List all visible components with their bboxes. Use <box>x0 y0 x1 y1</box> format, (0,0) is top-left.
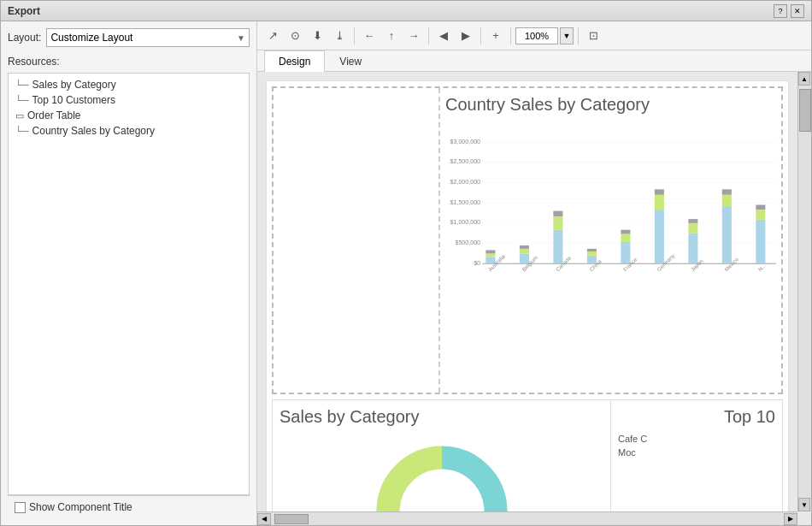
svg-rect-15 <box>485 253 495 257</box>
svg-rect-40 <box>756 205 765 210</box>
horizontal-scrollbar[interactable]: ◀ ▶ <box>257 511 797 525</box>
svg-rect-19 <box>520 245 529 249</box>
svg-text:$1,000,000: $1,000,000 <box>450 219 481 226</box>
sales-category-title: Sales by Category <box>279 407 603 427</box>
svg-text:$1,500,000: $1,500,000 <box>450 199 481 206</box>
show-component-title-label[interactable]: Show Component Title <box>15 501 132 513</box>
svg-rect-31 <box>655 189 664 194</box>
resources-label: Resources: <box>8 56 250 68</box>
bar-chart-svg: $3,000,000 $2,500,000 $2,000,000 $1,500,… <box>445 123 776 303</box>
title-bar-buttons: ? ✕ <box>774 4 804 18</box>
layout-label: Layout: <box>8 32 41 44</box>
toolbar: ↗ ⊙ ⬇ ⤓ ← ↑ → ◀ ▶ + ▼ ⊡ <box>257 21 811 50</box>
new-report-button[interactable]: ↗ <box>262 26 283 46</box>
bottom-bar: Show Component Title <box>8 495 250 518</box>
svg-text:$0: $0 <box>474 260 480 267</box>
main-content: Layout: Customize Layout ▼ Resources: └─… <box>1 21 811 525</box>
resource-item-top10[interactable]: └─ Top 10 Customers <box>12 92 245 108</box>
svg-text:$500,000: $500,000 <box>455 239 480 246</box>
tab-design[interactable]: Design <box>264 50 325 72</box>
top10-item-2: Moc <box>618 447 775 458</box>
export-window: Export ? ✕ Layout: Customize Layout ▼ Re… <box>0 0 812 526</box>
svg-rect-28 <box>621 230 630 234</box>
tree-icon: └─ <box>15 80 29 90</box>
svg-rect-24 <box>587 251 597 256</box>
zoom-arrow-button[interactable]: ▼ <box>560 27 574 44</box>
svg-rect-32 <box>688 233 697 264</box>
svg-rect-16 <box>485 250 495 253</box>
sales-category-panel: Sales by Category $1, <box>273 400 611 525</box>
resource-label: Country Sales by Category <box>32 125 155 137</box>
title-bar: Export ? ✕ <box>1 1 811 21</box>
separator-5 <box>578 27 579 44</box>
redo-up-button[interactable]: ↑ <box>381 26 402 46</box>
resource-label: Order Table <box>27 109 80 121</box>
svg-text:$3,000,000: $3,000,000 <box>450 139 481 145</box>
separator-2 <box>428 27 429 44</box>
settings-button[interactable]: ⊙ <box>285 26 305 46</box>
window-title: Export <box>8 5 40 17</box>
chevron-down-icon: ▼ <box>237 33 245 43</box>
show-component-title-checkbox[interactable] <box>15 502 26 513</box>
tab-view[interactable]: View <box>325 50 376 72</box>
svg-rect-36 <box>722 195 732 206</box>
scrollbar-up-button[interactable]: ▲ <box>798 72 810 86</box>
resource-label: Top 10 Customers <box>32 94 115 106</box>
pie-chart-area: $1,839K $2,324K <box>279 434 603 519</box>
redo-button[interactable]: → <box>403 26 424 46</box>
add-button[interactable]: + <box>485 26 506 46</box>
h-scrollbar-thumb[interactable] <box>274 514 309 524</box>
scrollbar-right-button[interactable]: ▶ <box>784 513 797 525</box>
svg-rect-33 <box>688 223 697 233</box>
svg-rect-18 <box>520 249 529 254</box>
help-button[interactable]: ? <box>774 4 787 18</box>
svg-rect-29 <box>655 210 664 263</box>
layout-dropdown-value: Customize Layout <box>50 32 132 44</box>
layout-row: Layout: Customize Layout ▼ <box>8 28 250 47</box>
resource-item-sales-category[interactable]: └─ Sales by Category <box>12 77 245 92</box>
checkbox-text: Show Component Title <box>29 501 132 513</box>
resource-item-country-sales[interactable]: └─ Country Sales by Category <box>12 123 245 139</box>
left-panel: Layout: Customize Layout ▼ Resources: └─… <box>1 21 257 525</box>
top10-item-1: Cafe C <box>618 434 775 444</box>
download-alt-button[interactable]: ⤓ <box>329 26 350 46</box>
svg-rect-37 <box>722 189 732 194</box>
svg-rect-34 <box>688 219 697 223</box>
resource-item-order-table[interactable]: ▭ Order Table <box>12 108 245 123</box>
separator-4 <box>510 27 511 44</box>
zoom-fit-button[interactable]: ⊡ <box>583 26 603 46</box>
svg-rect-25 <box>587 249 597 251</box>
svg-rect-39 <box>756 210 765 220</box>
download-button[interactable]: ⬇ <box>307 26 327 46</box>
pie-chart-svg: $1,839K $2,324K <box>356 442 527 519</box>
right-panel: ↗ ⊙ ⬇ ⤓ ← ↑ → ◀ ▶ + ▼ ⊡ <box>257 21 811 525</box>
scrollbar-down-button[interactable]: ▼ <box>798 498 810 511</box>
layout-dropdown[interactable]: Customize Layout ▼ <box>46 28 250 47</box>
scrollbar-thumb[interactable] <box>799 89 811 132</box>
undo-button[interactable]: ← <box>359 26 380 46</box>
tabs-row: Design View <box>257 50 811 72</box>
prev-page-button[interactable]: ◀ <box>433 26 454 46</box>
close-button[interactable]: ✕ <box>791 4 804 18</box>
top10-panel: Top 10 Cafe C Moc <box>611 400 782 525</box>
svg-rect-20 <box>553 230 562 263</box>
resource-label: Sales by Category <box>32 79 116 91</box>
top10-title: Top 10 <box>618 407 775 427</box>
svg-rect-27 <box>621 233 630 241</box>
next-page-button[interactable]: ▶ <box>456 26 476 46</box>
zoom-input[interactable] <box>515 27 558 44</box>
tree-icon: └─ <box>15 126 29 136</box>
svg-text:$2,000,000: $2,000,000 <box>450 179 481 186</box>
svg-rect-30 <box>655 195 664 210</box>
bar-chart-area: Country Sales by Category $3,000,000 $2,… <box>440 88 781 393</box>
tree-icon: └─ <box>15 95 29 105</box>
svg-text:$2,500,000: $2,500,000 <box>450 158 481 165</box>
chart-placeholder <box>274 88 440 393</box>
vertical-scrollbar[interactable]: ▲ ▼ <box>797 72 811 511</box>
scrollbar-left-button[interactable]: ◀ <box>257 513 271 525</box>
svg-rect-21 <box>553 216 562 230</box>
main-chart-title: Country Sales by Category <box>445 95 776 115</box>
resources-box: └─ Sales by Category └─ Top 10 Customers… <box>8 73 250 495</box>
separator-3 <box>480 27 481 44</box>
svg-rect-22 <box>553 211 562 216</box>
